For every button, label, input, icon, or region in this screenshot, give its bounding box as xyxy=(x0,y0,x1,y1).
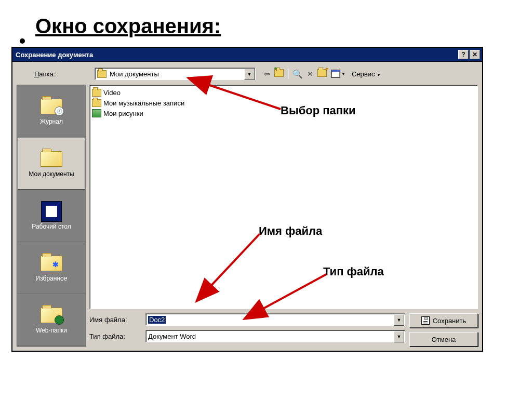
file-list[interactable]: Video Мои музыкальные записи Мои рисунки xyxy=(89,85,478,309)
save-dialog: Сохранение документа ? ✕ Папка: Мои доку… xyxy=(11,47,483,352)
chevron-down-icon[interactable]: ▼ xyxy=(244,69,255,80)
places-sidebar: 🕘 Журнал Мои документы Рабочий стол ✱ Из… xyxy=(17,85,86,347)
filename-value: Doc2 xyxy=(148,316,166,324)
titlebar-text: Сохранение документа xyxy=(16,51,93,59)
search-web-icon[interactable]: 🔍 xyxy=(292,69,303,79)
slide-title-row: Окно сохранения: xyxy=(0,0,532,38)
annotation-folder-select: Выбор папки xyxy=(281,104,356,117)
folder-history-icon: 🕘 xyxy=(41,99,62,114)
folder-mydocs-icon xyxy=(41,151,62,167)
save-button[interactable]: Сохранить xyxy=(409,313,478,328)
filetype-value: Документ Word xyxy=(148,332,196,340)
save-button-label: Сохранить xyxy=(433,317,467,325)
item-label: Мои музыкальные записи xyxy=(103,99,184,107)
tools-menu[interactable]: Сервис ▼ xyxy=(352,70,381,78)
folder-combo-value: Мои документы xyxy=(110,70,159,78)
chevron-down-icon[interactable]: ▼ xyxy=(394,331,404,342)
folder-icon xyxy=(92,99,101,107)
toolbar-icons: ⇦ ↰ 🔍 ✕ ✦ ▼ Сервис ▼ xyxy=(264,69,381,79)
chevron-down-icon[interactable]: ▼ xyxy=(394,314,404,326)
bullet-icon xyxy=(20,38,25,44)
sidebar-item-history[interactable]: 🕘 Журнал xyxy=(17,85,86,137)
sidebar-item-label: Журнал xyxy=(40,118,63,125)
folder-icon xyxy=(97,70,107,78)
folder-label: Папка: xyxy=(34,70,91,78)
folder-web-icon xyxy=(41,308,62,323)
filename-input[interactable]: Doc2 ▼ xyxy=(145,313,405,326)
list-item[interactable]: Video xyxy=(92,87,475,98)
sidebar-item-label: Web-папки xyxy=(36,327,67,334)
new-folder-icon[interactable]: ✦ xyxy=(317,69,327,78)
folder-icon xyxy=(92,89,101,97)
picture-folder-icon xyxy=(92,109,101,117)
filetype-label: Тип файла: xyxy=(89,332,145,340)
sidebar-item-desktop[interactable]: Рабочий стол xyxy=(17,190,86,242)
item-label: Video xyxy=(103,89,121,97)
folder-favorites-icon: ✱ xyxy=(41,256,62,271)
sidebar-item-label: Рабочий стол xyxy=(32,223,71,230)
folder-combo[interactable]: Мои документы ▼ xyxy=(95,68,256,80)
floppy-icon xyxy=(421,316,430,325)
slide-title: Окно сохранения: xyxy=(35,15,221,38)
annotation-filetype: Тип файла xyxy=(323,265,384,278)
item-label: Мои рисунки xyxy=(103,110,143,117)
sidebar-item-favorites[interactable]: ✱ Избранное xyxy=(17,242,86,294)
sidebar-item-label: Мои документы xyxy=(29,170,74,178)
up-folder-icon[interactable]: ↰ xyxy=(274,69,284,78)
cancel-button-label: Отмена xyxy=(432,336,456,343)
delete-icon[interactable]: ✕ xyxy=(307,70,313,78)
sidebar-item-mydocs[interactable]: Мои документы xyxy=(18,138,85,190)
filetype-select[interactable]: Документ Word ▼ xyxy=(145,330,405,342)
filename-label: Имя файла: xyxy=(89,316,145,324)
back-icon[interactable]: ⇦ xyxy=(264,70,270,78)
cancel-button[interactable]: Отмена xyxy=(409,332,478,347)
desktop-icon xyxy=(41,201,62,222)
annotation-filename: Имя файла xyxy=(259,224,322,238)
sidebar-item-webfolders[interactable]: Web-папки xyxy=(17,294,86,346)
sidebar-item-label: Избранное xyxy=(36,275,68,282)
close-button[interactable]: ✕ xyxy=(470,50,480,59)
help-button[interactable]: ? xyxy=(458,50,469,59)
titlebar: Сохранение документа ? ✕ xyxy=(12,48,482,62)
views-icon[interactable]: ▼ xyxy=(331,70,345,78)
toprow: Папка: Мои документы ▼ ⇦ ↰ 🔍 ✕ ✦ xyxy=(17,66,478,82)
